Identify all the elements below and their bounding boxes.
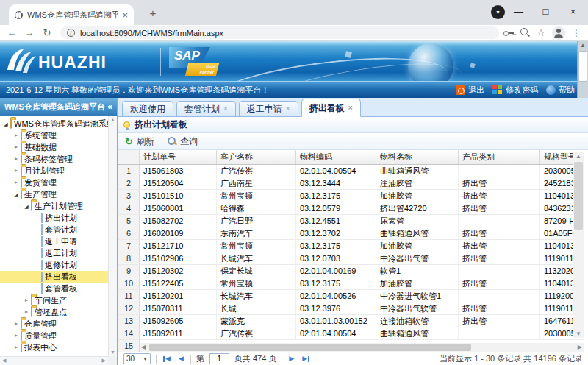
- table-row[interactable]: 5J15082702广汽日野03.12.4551尿素管87209-H56A: [118, 215, 584, 227]
- table-row[interactable]: 13J15092605蒙派克03.01.01.03.00152连接油箱软管挤出管…: [118, 315, 584, 327]
- tree-item-17[interactable]: ▸仓库管理: [0, 318, 108, 330]
- tree-item-3[interactable]: ▸条码标签管理: [0, 153, 108, 165]
- browser-tab[interactable]: WMS仓库管理条码追溯平台 ×: [9, 4, 134, 25]
- back-icon[interactable]: ←: [3, 27, 21, 38]
- table-row[interactable]: 2J15120504广西南星03.12.3444注油胶管挤出管24521832: [118, 177, 584, 190]
- zoom-icon[interactable]: [520, 28, 530, 38]
- tree-item-16[interactable]: ▸管坯盘点: [0, 306, 108, 318]
- pager-first-button[interactable]: ◀: [162, 355, 172, 362]
- tree-collapsed-icon[interactable]: ▸: [12, 144, 20, 150]
- forward-icon[interactable]: →: [21, 27, 38, 38]
- content-tab-3[interactable]: 挤出看板×: [301, 99, 361, 117]
- tree-item-19[interactable]: ▸报表中心: [0, 341, 108, 353]
- profile-avatar[interactable]: [552, 26, 565, 40]
- tree-expanded-icon[interactable]: ◢: [12, 192, 20, 197]
- header-cell-material_name[interactable]: 物料名称: [376, 150, 459, 164]
- table-row[interactable]: 12J15070311长城03.12.3976中冷器出气软管挤出管1119011…: [118, 302, 584, 315]
- tree-collapsed-icon[interactable]: ▸: [12, 180, 20, 185]
- scroll-down-icon[interactable]: ▼: [573, 330, 584, 337]
- tree-collapsed-icon[interactable]: ▸: [12, 344, 20, 350]
- tree-item-15[interactable]: ▸车间生产: [0, 294, 108, 306]
- tab-close-icon[interactable]: ×: [223, 105, 228, 113]
- tree-item-8[interactable]: 挤出计划: [0, 212, 108, 224]
- table-row[interactable]: 8J15102906长城汽车03.12.0703中冷器出气管挤出管1119011…: [118, 252, 584, 265]
- tree-item-1[interactable]: ▸系统管理: [0, 130, 108, 141]
- address-bar[interactable]: i localhost:8090/MCHWMS/frmMain.aspx: [60, 26, 499, 39]
- header-cell-plan_no[interactable]: 计划单号: [140, 150, 217, 164]
- tree-item-7[interactable]: ◢生产计划管理: [0, 200, 108, 212]
- tree-item-13[interactable]: 挤出看板: [0, 271, 108, 283]
- tree-item-5[interactable]: ▸发货管理: [0, 177, 108, 188]
- content-tab-2[interactable]: 返工申请×: [239, 101, 298, 116]
- pager-prev-button[interactable]: ◀: [177, 355, 185, 362]
- scroll-up-icon[interactable]: ▲: [109, 117, 117, 122]
- scroll-right-icon[interactable]: ▶: [102, 358, 106, 364]
- tree-expanded-icon[interactable]: ◢: [23, 204, 30, 209]
- tree-item-10[interactable]: 返工申请: [0, 235, 108, 247]
- table-row[interactable]: 7J15121710常州宝顿03.12.3175加油胶管挤出管1104013XS…: [118, 240, 584, 252]
- refresh-button[interactable]: ↻ 刷新: [125, 135, 154, 148]
- new-tab-button[interactable]: +: [146, 6, 160, 21]
- page-number-input[interactable]: [209, 353, 229, 364]
- scroll-left-icon[interactable]: ◀: [2, 358, 6, 364]
- password-key-icon[interactable]: [503, 29, 514, 38]
- tree-collapsed-icon[interactable]: ▸: [12, 156, 20, 162]
- tree-item-18[interactable]: ▸质量管理: [0, 330, 108, 341]
- tree-item-11[interactable]: 返工计划: [0, 247, 108, 259]
- table-row[interactable]: 6J16020109东南汽车03.12.3702曲轴箱通风管挤出管01A05F0…: [118, 227, 584, 240]
- tree-collapsed-icon[interactable]: ▸: [12, 168, 20, 174]
- tab-close-icon[interactable]: ×: [122, 10, 128, 20]
- sidebar-vertical-scrollbar[interactable]: ▲ ▼: [108, 116, 117, 356]
- grid-vertical-scrollbar[interactable]: ▲ ▼: [573, 152, 584, 338]
- browser-profile-badge[interactable]: ▼: [491, 5, 505, 19]
- tree-item-12[interactable]: 返修计划: [0, 259, 108, 271]
- scroll-up-icon[interactable]: ▲: [578, 42, 588, 49]
- tree-collapsed-icon[interactable]: ▸: [12, 333, 20, 339]
- scroll-up-icon[interactable]: ▲: [573, 153, 584, 160]
- table-row[interactable]: 10J15122405常州宝顿03.12.3175加油胶管挤出管1104013X…: [118, 277, 584, 290]
- tree-item-6[interactable]: ◢生产管理: [0, 188, 108, 200]
- table-row[interactable]: 1J15061803广汽传祺02.01.04.00504曲轴箱通风管203000…: [118, 165, 584, 177]
- pager-next-button[interactable]: ▶: [287, 355, 295, 362]
- scroll-thumb[interactable]: [574, 162, 583, 230]
- action-button-2[interactable]: 帮助: [546, 85, 575, 96]
- action-button-1[interactable]: 修改密码: [492, 85, 538, 96]
- tab-close-icon[interactable]: ×: [348, 104, 353, 112]
- tree-item-0[interactable]: ◢WMS仓库管理条码追溯系统: [0, 118, 108, 130]
- content-tab-1[interactable]: 套管计划×: [176, 101, 236, 116]
- scroll-thumb[interactable]: [149, 344, 471, 351]
- table-row[interactable]: 14J15092011广汽传祺02.01.04.00504曲轴箱通风管20300…: [118, 327, 584, 340]
- pager-last-button[interactable]: ▶: [301, 355, 311, 362]
- tree-item-14[interactable]: 套管看板: [0, 283, 108, 294]
- table-row[interactable]: 3J15101510常州宝顿03.12.3175加油胶管挤出管1104013XS…: [118, 190, 584, 202]
- header-cell-product_category[interactable]: 产品类别: [459, 150, 540, 164]
- table-row[interactable]: 11J15120201长城汽车02.01.04.00526中冷器进气软管1111…: [118, 290, 584, 302]
- window-minimize-button[interactable]: —: [505, 6, 532, 17]
- tree-collapsed-icon[interactable]: ▸: [23, 309, 30, 315]
- window-maximize-button[interactable]: □: [532, 6, 559, 17]
- tree-collapsed-icon[interactable]: ▸: [12, 321, 20, 327]
- tree-expanded-icon[interactable]: ◢: [2, 121, 10, 127]
- window-close-button[interactable]: ×: [559, 6, 587, 17]
- scroll-thumb[interactable]: [578, 51, 587, 82]
- header-cell-material_code[interactable]: 物料编码: [296, 150, 376, 164]
- tree-item-2[interactable]: ▸基础数据: [0, 141, 108, 153]
- tree-collapsed-icon[interactable]: ▸: [12, 132, 20, 138]
- tree-collapsed-icon[interactable]: ▸: [23, 297, 30, 303]
- page-size-select[interactable]: 30 ▼: [123, 353, 151, 364]
- sidebar-horizontal-scrollbar[interactable]: ◀ ▶: [0, 356, 108, 365]
- page-info-icon[interactable]: i: [67, 29, 75, 37]
- scroll-left-icon[interactable]: ◀: [141, 344, 146, 350]
- reload-icon[interactable]: ↻: [38, 27, 56, 38]
- table-row[interactable]: 9J15120302保定长城02.01.04.00169软管11132020XK…: [118, 265, 584, 277]
- sidebar-collapse-icon[interactable]: «: [107, 102, 112, 112]
- content-tab-0[interactable]: 欢迎使用: [122, 101, 173, 116]
- tab-close-icon[interactable]: ×: [286, 105, 290, 113]
- tree-item-9[interactable]: 套管计划: [0, 224, 108, 235]
- grid-horizontal-scrollbar[interactable]: ◀ ▶: [140, 343, 584, 352]
- browser-menu-icon[interactable]: ⋮: [572, 29, 581, 38]
- scroll-down-icon[interactable]: ▼: [109, 350, 117, 355]
- table-row[interactable]: 4J15060801哈得森03.12.0579挤出管42720挤出管843623…: [118, 202, 584, 215]
- action-button-0[interactable]: 退出: [456, 85, 484, 96]
- search-button[interactable]: 查询: [168, 135, 198, 148]
